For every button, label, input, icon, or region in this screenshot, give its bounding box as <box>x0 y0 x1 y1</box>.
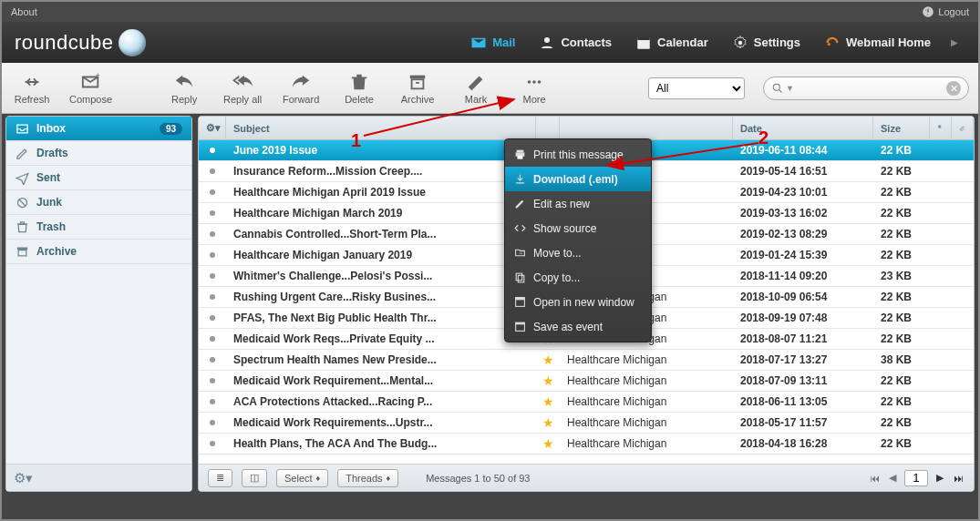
page-prev[interactable]: ◀ <box>886 472 899 484</box>
svg-rect-23 <box>516 322 525 324</box>
folder-trash[interactable]: Trash <box>6 215 191 240</box>
arrow-1 <box>359 95 523 140</box>
folder-sidebar: Inbox93DraftsSentJunkTrashArchive ⚙▾ <box>5 116 192 492</box>
svg-rect-21 <box>516 298 525 301</box>
message-row[interactable]: Medicaid Work Requirements...Upstr...★He… <box>199 413 974 434</box>
svg-rect-7 <box>412 79 424 88</box>
folder-junk[interactable]: Junk <box>6 190 191 215</box>
svg-rect-14 <box>18 250 26 255</box>
gear-icon[interactable]: ⚙▾ <box>14 470 33 486</box>
refresh-button[interactable]: Refresh <box>11 72 53 105</box>
svg-rect-2 <box>637 37 650 40</box>
menu-copyto[interactable]: Copy to... <box>505 265 651 290</box>
clear-search-icon[interactable]: ✕ <box>946 81 961 96</box>
nav-calendar[interactable]: Calendar <box>624 29 719 56</box>
annotation-1: 1 <box>351 130 361 151</box>
svg-rect-6 <box>410 75 426 78</box>
svg-rect-17 <box>518 156 522 159</box>
svg-point-10 <box>538 80 542 84</box>
nav-webmail-home[interactable]: Webmail Home <box>813 29 942 56</box>
folder-sent[interactable]: Sent <box>6 166 191 190</box>
menu-moveto[interactable]: Move to... <box>505 240 651 265</box>
svg-point-11 <box>773 84 779 90</box>
nav-mail[interactable]: Mail <box>459 29 526 56</box>
svg-text:+: + <box>95 72 99 80</box>
select-menu[interactable]: Select ♦ <box>276 469 328 487</box>
logo-icon <box>119 29 146 56</box>
svg-rect-15 <box>517 150 524 153</box>
folder-drafts[interactable]: Drafts <box>6 141 191 166</box>
list-options-icon[interactable]: ⚙▾ <box>199 117 226 139</box>
reply-button[interactable]: Reply <box>163 72 205 105</box>
message-row[interactable]: Health Plans, The ACA And The Budg...★He… <box>199 434 974 455</box>
page-next[interactable]: ▶ <box>934 472 946 484</box>
svg-point-4 <box>828 43 830 46</box>
logo: roundcube <box>15 29 146 56</box>
menu-editnew[interactable]: Edit as new <box>505 191 651 216</box>
logout-link[interactable]: Logout <box>922 5 969 18</box>
col-flag[interactable] <box>930 117 952 139</box>
message-row[interactable]: ACA Protections Attacked...Racing P...★H… <box>199 392 974 413</box>
list-status: Messages 1 to 50 of 93 <box>426 473 530 484</box>
nav-settings[interactable]: Settings <box>721 29 811 56</box>
menu-saveevent[interactable]: Save as event <box>505 314 651 339</box>
menu-openwin[interactable]: Open in new window <box>505 290 651 314</box>
page-first[interactable]: ⏮ <box>868 473 881 484</box>
folder-archive[interactable]: Archive <box>6 240 191 264</box>
scope-select[interactable]: All <box>648 77 745 99</box>
arrow-2 <box>602 138 766 175</box>
svg-point-0 <box>544 37 550 43</box>
svg-line-25 <box>607 143 758 166</box>
column-headers: ⚙▾ Subject Date Size <box>199 117 974 140</box>
col-from[interactable] <box>560 117 733 139</box>
reply-all-button[interactable]: Reply all <box>222 72 263 105</box>
search-icon <box>771 82 784 95</box>
col-date[interactable]: Date <box>733 117 873 139</box>
nav-contacts[interactable]: Contacts <box>528 29 623 56</box>
search-input[interactable] <box>796 82 946 95</box>
col-size[interactable]: Size <box>873 117 930 139</box>
pager: ⏮ ◀ ▶ ⏭ <box>868 470 965 486</box>
svg-point-3 <box>738 40 743 45</box>
menu-source[interactable]: Show source <box>505 216 651 240</box>
svg-line-24 <box>364 99 514 136</box>
annotation-2: 2 <box>758 128 769 148</box>
col-star[interactable] <box>536 117 560 139</box>
threads-menu[interactable]: Threads ♦ <box>337 469 398 487</box>
svg-rect-18 <box>516 273 522 281</box>
about-link[interactable]: About <box>11 6 37 17</box>
layout-list-icon[interactable]: ≣ <box>208 469 232 487</box>
page-input[interactable] <box>904 470 928 486</box>
compose-button[interactable]: +Compose <box>69 72 112 105</box>
message-row[interactable]: Medicaid Work Requirement...Mental...★He… <box>199 371 974 392</box>
page-last[interactable]: ⏭ <box>952 473 965 484</box>
folder-inbox[interactable]: Inbox93 <box>6 117 191 141</box>
col-attachment[interactable] <box>952 117 974 139</box>
topbar: About Logout <box>2 2 978 22</box>
list-footer: ≣ ◫ Select ♦ Threads ♦ Messages 1 to 50 … <box>199 464 974 491</box>
forward-button[interactable]: Forward <box>280 72 322 105</box>
svg-point-8 <box>528 80 531 84</box>
searchbox[interactable]: ▼ ✕ <box>763 77 969 100</box>
svg-rect-19 <box>518 275 524 282</box>
header: roundcube Mail Contacts Calendar Setting… <box>2 22 978 63</box>
chevron-right-icon[interactable]: ▶ <box>944 37 965 47</box>
layout-split-icon[interactable]: ◫ <box>242 469 267 487</box>
svg-point-9 <box>532 80 536 84</box>
svg-rect-13 <box>17 247 27 250</box>
message-row[interactable]: Spectrum Health Names New Preside...★Hea… <box>199 350 974 371</box>
top-nav: Mail Contacts Calendar Settings Webmail … <box>459 29 965 56</box>
